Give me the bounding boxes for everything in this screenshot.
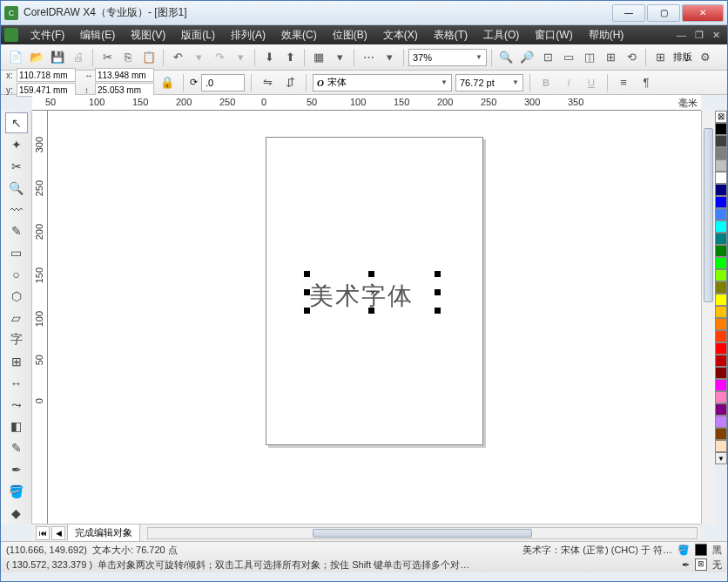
color-swatch[interactable] xyxy=(715,123,727,135)
table-tool[interactable]: ⊞ xyxy=(5,351,28,372)
first-page-button[interactable]: ⏮ xyxy=(36,526,50,540)
zoom-out-icon[interactable]: 🔎 xyxy=(517,48,536,67)
doc-close-button[interactable]: ✕ xyxy=(709,30,724,41)
menu-tools[interactable]: 工具(O) xyxy=(476,26,526,44)
color-swatch[interactable] xyxy=(715,184,727,196)
text-align-button[interactable]: ≡ xyxy=(614,73,633,92)
color-swatch[interactable] xyxy=(715,403,727,416)
new-button[interactable]: 📄 xyxy=(6,48,25,67)
canvas[interactable]: 美术字体 × xyxy=(48,111,701,524)
text-tool[interactable]: 字 xyxy=(5,329,28,350)
selection-handle[interactable] xyxy=(304,289,310,295)
font-size-select[interactable]: 76.72 pt ▼ xyxy=(455,74,523,91)
color-swatch[interactable] xyxy=(715,318,727,330)
pick-tool[interactable]: ↖ xyxy=(5,112,28,133)
mirror-h-button[interactable]: ⇋ xyxy=(258,73,277,92)
zoom-fit-icon[interactable]: ⊡ xyxy=(538,48,557,67)
undo-drop-icon[interactable]: ▾ xyxy=(189,48,208,67)
color-swatch[interactable] xyxy=(715,367,727,379)
zoom-prev-icon[interactable]: ⟲ xyxy=(622,48,641,67)
menu-layout[interactable]: 版面(L) xyxy=(174,26,222,44)
color-swatch[interactable] xyxy=(715,416,727,428)
scrollbar-thumb[interactable] xyxy=(313,529,532,538)
save-button[interactable]: 💾 xyxy=(48,48,67,67)
outline-tool[interactable]: ✒ xyxy=(5,459,28,480)
import-button[interactable]: ⬇ xyxy=(260,48,279,67)
color-swatch[interactable] xyxy=(715,342,727,355)
doc-minimize-button[interactable]: — xyxy=(673,30,690,40)
paste-button[interactable]: 📋 xyxy=(139,48,158,67)
selection-handle[interactable] xyxy=(304,308,310,314)
crop-tool[interactable]: ✂ xyxy=(5,156,28,177)
color-swatch[interactable] xyxy=(715,391,727,403)
palette-down-icon[interactable]: ▼ xyxy=(715,452,727,464)
color-swatch[interactable] xyxy=(715,233,727,245)
color-swatch[interactable] xyxy=(715,294,727,306)
zoom-tool[interactable]: 🔍 xyxy=(5,178,28,199)
color-swatch[interactable] xyxy=(715,196,727,208)
horizontal-scrollbar[interactable] xyxy=(147,527,698,539)
open-button[interactable]: 📂 xyxy=(27,48,46,67)
rotation-input[interactable] xyxy=(201,74,245,91)
effects-tool[interactable]: ◧ xyxy=(5,416,28,436)
interactive-fill-tool[interactable]: ◆ xyxy=(5,503,28,524)
export-button[interactable]: ⬆ xyxy=(280,48,300,67)
maximize-button[interactable]: ▢ xyxy=(647,4,680,22)
color-swatch[interactable] xyxy=(715,220,727,233)
snap-button[interactable]: ⊞ xyxy=(650,48,670,67)
menu-help[interactable]: 帮助(H) xyxy=(582,26,631,44)
rectangle-tool[interactable]: ▭ xyxy=(5,242,28,263)
char-format-button[interactable]: ¶ xyxy=(637,73,656,92)
fill-color-swatch[interactable] xyxy=(695,544,707,556)
app-launcher-button[interactable]: ▦ xyxy=(309,48,328,67)
color-swatch[interactable] xyxy=(715,440,727,452)
underline-button[interactable]: U xyxy=(582,73,601,92)
minimize-button[interactable]: — xyxy=(612,4,645,22)
selection-handle[interactable] xyxy=(368,271,374,277)
font-select[interactable]: O 宋体 ▼ xyxy=(313,74,452,91)
color-swatch[interactable] xyxy=(715,306,727,318)
polygon-tool[interactable]: ⬡ xyxy=(5,286,28,307)
menu-file[interactable]: 文件(F) xyxy=(24,26,71,44)
color-swatch[interactable] xyxy=(715,135,727,147)
freehand-tool[interactable]: 〰 xyxy=(5,200,28,220)
page-tab[interactable]: 完成编辑对象 xyxy=(67,524,140,542)
options-button[interactable]: ⚙ xyxy=(696,48,715,67)
menu-text[interactable]: 文本(X) xyxy=(376,26,425,44)
color-swatch[interactable] xyxy=(715,355,727,367)
bold-button[interactable]: B xyxy=(536,73,556,92)
doc-restore-button[interactable]: ❐ xyxy=(691,30,707,41)
color-swatch[interactable] xyxy=(715,379,727,391)
color-swatch[interactable] xyxy=(715,269,727,281)
ellipse-tool[interactable]: ○ xyxy=(5,264,28,285)
italic-button[interactable]: I xyxy=(559,73,578,92)
scrollbar-thumb[interactable] xyxy=(704,128,713,302)
cut-button[interactable]: ✂ xyxy=(98,48,117,67)
outline-color-swatch[interactable]: ⊠ xyxy=(695,558,707,571)
fill-tool[interactable]: 🪣 xyxy=(5,481,28,502)
color-swatch[interactable] xyxy=(715,330,727,342)
menu-bitmap[interactable]: 位图(B) xyxy=(326,26,374,44)
selection-handle[interactable] xyxy=(368,308,374,314)
width-input[interactable] xyxy=(95,68,154,82)
copy-button[interactable]: ⎘ xyxy=(118,48,138,67)
redo-drop-icon[interactable]: ▾ xyxy=(231,48,250,67)
color-swatch[interactable] xyxy=(715,159,727,172)
dimension-tool[interactable]: ↔ xyxy=(5,373,28,394)
artistic-text-object[interactable]: 美术字体 xyxy=(309,280,414,313)
welcome-button[interactable]: ⋯ xyxy=(359,48,378,67)
menu-effects[interactable]: 效果(C) xyxy=(274,26,324,44)
zoom-tool-icon[interactable]: 🔍 xyxy=(496,48,516,67)
color-swatch[interactable] xyxy=(715,245,727,257)
zoom-page-icon[interactable]: ▭ xyxy=(559,48,578,67)
selection-handle[interactable] xyxy=(435,308,441,314)
no-color-swatch[interactable]: ⊠ xyxy=(715,111,727,123)
menu-arrange[interactable]: 排列(A) xyxy=(224,26,273,44)
redo-button[interactable]: ↷ xyxy=(210,48,229,67)
menu-window[interactable]: 窗口(W) xyxy=(528,26,579,44)
prev-page-button[interactable]: ◀ xyxy=(51,526,65,540)
selection-center-icon[interactable]: × xyxy=(368,288,377,297)
lock-ratio-button[interactable]: 🔒 xyxy=(158,73,177,92)
launcher-drop-icon[interactable]: ▾ xyxy=(330,48,349,67)
welcome-drop-icon[interactable]: ▾ xyxy=(380,48,399,67)
